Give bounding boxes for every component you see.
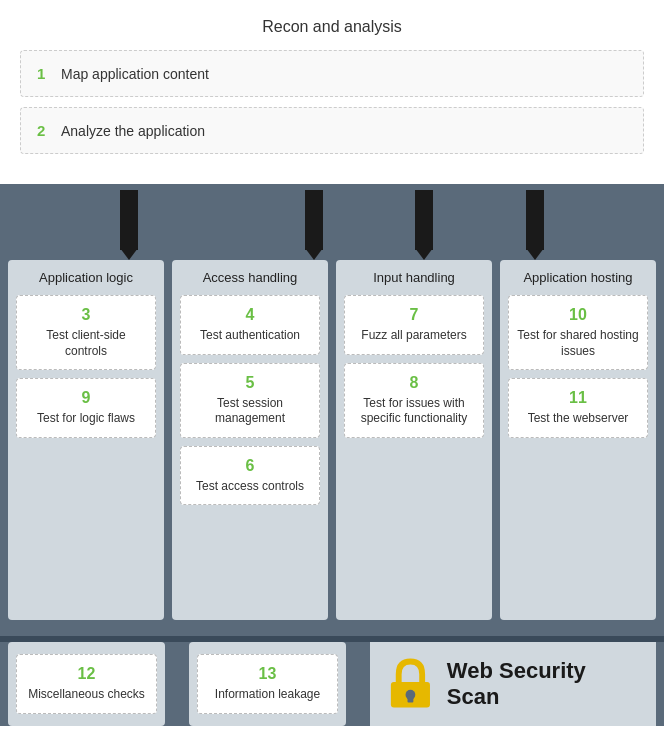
step-1-label: Map application content <box>61 66 209 82</box>
columns-row: Application logic 3 Test client-side con… <box>8 260 656 620</box>
arrow-4 <box>526 190 544 250</box>
card-6-text: Test access controls <box>189 479 311 495</box>
card-9-text: Test for logic flaws <box>25 411 147 427</box>
card-4-number: 4 <box>189 306 311 324</box>
card-5-number: 5 <box>189 374 311 392</box>
lock-icon <box>386 656 435 712</box>
col4-title: Application hosting <box>508 270 648 285</box>
card-8-text: Test for issues with specific functional… <box>353 396 475 427</box>
arrow-2 <box>305 190 323 250</box>
card-5-text: Test session management <box>189 396 311 427</box>
brand-area: Web Security Scan <box>370 642 656 726</box>
columns-section: Application logic 3 Test client-side con… <box>0 250 664 636</box>
card-11: 11 Test the webserver <box>508 378 648 438</box>
card-7-text: Fuzz all parameters <box>353 328 475 344</box>
step-2-label: Analyze the application <box>61 123 205 139</box>
step-2-box: 2 Analyze the application <box>20 107 644 154</box>
card-13-text: Information leakage <box>206 687 329 703</box>
column-access-handling: Access handling 4 Test authentication 5 … <box>172 260 328 620</box>
card-3-number: 3 <box>25 306 147 324</box>
bottom-gap-1 <box>173 642 181 726</box>
card-7: 7 Fuzz all parameters <box>344 295 484 355</box>
card-6: 6 Test access controls <box>180 446 320 506</box>
top-section: Recon and analysis 1 Map application con… <box>0 0 664 190</box>
step-1-number: 1 <box>37 65 53 82</box>
card-5: 5 Test session management <box>180 363 320 438</box>
card-9: 9 Test for logic flaws <box>16 378 156 438</box>
top-title: Recon and analysis <box>20 18 644 36</box>
bottom-col-13: 13 Information leakage <box>189 642 346 726</box>
card-9-number: 9 <box>25 389 147 407</box>
connectors-area <box>0 190 664 250</box>
step-1-box: 1 Map application content <box>20 50 644 97</box>
card-4: 4 Test authentication <box>180 295 320 355</box>
card-8: 8 Test for issues with specific function… <box>344 363 484 438</box>
card-11-number: 11 <box>517 389 639 407</box>
brand-text: Web Security Scan <box>447 658 640 710</box>
bottom-gap-2 <box>354 642 362 726</box>
card-12-number: 12 <box>25 665 148 683</box>
card-13-number: 13 <box>206 665 329 683</box>
bottom-section: 12 Miscellaneous checks 13 Information l… <box>0 636 664 726</box>
card-10-number: 10 <box>517 306 639 324</box>
step-2-number: 2 <box>37 122 53 139</box>
card-11-text: Test the webserver <box>517 411 639 427</box>
col3-title: Input handling <box>344 270 484 285</box>
card-3: 3 Test client-side controls <box>16 295 156 370</box>
arrow-1 <box>120 190 138 250</box>
column-application-logic: Application logic 3 Test client-side con… <box>8 260 164 620</box>
card-6-number: 6 <box>189 457 311 475</box>
card-13: 13 Information leakage <box>197 654 338 714</box>
card-12-text: Miscellaneous checks <box>25 687 148 703</box>
svg-rect-2 <box>407 695 413 703</box>
card-10: 10 Test for shared hosting issues <box>508 295 648 370</box>
bottom-col-12: 12 Miscellaneous checks <box>8 642 165 726</box>
card-10-text: Test for shared hosting issues <box>517 328 639 359</box>
card-8-number: 8 <box>353 374 475 392</box>
column-input-handling: Input handling 7 Fuzz all parameters 8 T… <box>336 260 492 620</box>
col2-title: Access handling <box>180 270 320 285</box>
bottom-row: 12 Miscellaneous checks 13 Information l… <box>8 642 656 726</box>
card-12: 12 Miscellaneous checks <box>16 654 157 714</box>
arrow-3 <box>415 190 433 250</box>
col1-title: Application logic <box>16 270 156 285</box>
card-3-text: Test client-side controls <box>25 328 147 359</box>
card-4-text: Test authentication <box>189 328 311 344</box>
card-7-number: 7 <box>353 306 475 324</box>
column-application-hosting: Application hosting 10 Test for shared h… <box>500 260 656 620</box>
